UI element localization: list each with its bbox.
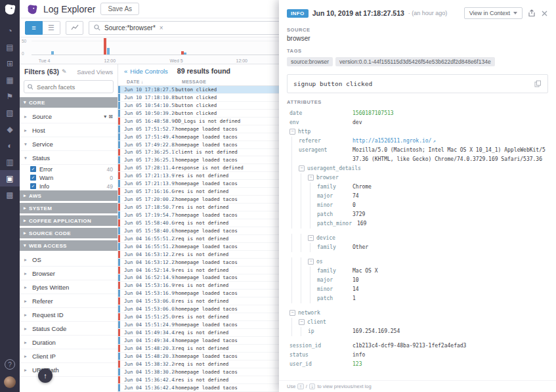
compact-view-button[interactable]: ☰ (43, 21, 60, 35)
hide-controls-link[interactable]: « Hide Controls (124, 68, 168, 75)
collapse-icon[interactable]: − (299, 319, 305, 325)
help-icon[interactable]: ? (5, 359, 15, 370)
column-date[interactable]: DATE ↓ (127, 79, 182, 84)
collapse-icon[interactable]: − (308, 235, 314, 241)
collapse-icon[interactable]: − (299, 165, 305, 171)
attribute-key[interactable]: session_id (289, 341, 353, 351)
collapse-icon[interactable]: − (289, 129, 295, 135)
nav-apm-icon[interactable]: ◐ (0, 137, 20, 154)
attribute-key[interactable]: patch (317, 210, 353, 219)
facet-status[interactable]: ▾Status (20, 151, 118, 165)
facet-group-core[interactable]: ▾CORE (20, 97, 118, 108)
attribute-key[interactable]: minor (317, 201, 353, 210)
scroll-to-top-button[interactable]: ↑ (38, 368, 53, 383)
attribute-key[interactable]: date (289, 109, 353, 118)
attribute-key[interactable]: os (316, 257, 361, 267)
nav-monitors-icon[interactable]: ⚑ (0, 88, 20, 104)
nav-infrastructure-icon[interactable]: ▦ (0, 72, 20, 88)
edit-filters-icon[interactable]: ✎ (62, 68, 67, 75)
facet-url-path[interactable]: ▸URL Path (20, 363, 118, 377)
attribute-key[interactable]: patch_minor (317, 219, 357, 229)
facet-client-ip[interactable]: ▸Client IP (20, 349, 118, 363)
user-avatar[interactable] (4, 376, 16, 388)
facet-value-warn[interactable]: ✓Warn0 (20, 173, 118, 182)
facet-bytes-written[interactable]: ▸Bytes Written (20, 280, 118, 294)
external-link-icon[interactable]: ↗ (433, 137, 435, 146)
checkbox-checked-icon[interactable]: ✓ (30, 166, 36, 172)
collapse-icon[interactable]: − (289, 310, 295, 316)
facet-group-system[interactable]: ▸SYSTEM (20, 203, 118, 213)
facet-host[interactable]: ▸Host (20, 123, 118, 137)
close-icon[interactable] (541, 10, 548, 17)
attribute-key[interactable]: referer (299, 137, 353, 146)
attribute-key[interactable]: major (317, 276, 353, 285)
tag-chip[interactable]: version:0.0.1-44f155115d3d5426f54e53b622… (335, 57, 495, 66)
facet-search-box[interactable] (24, 80, 114, 93)
attribute-key[interactable]: device (316, 234, 361, 243)
search-query-token[interactable]: Source:*browser* (104, 24, 156, 32)
attribute-key[interactable]: client (307, 318, 361, 327)
attribute-value[interactable]: http://a1526511.ngrok.io/ (353, 137, 431, 146)
attribute-key[interactable]: env (289, 118, 353, 127)
histogram-bar[interactable] (104, 38, 106, 54)
nav-integrations-icon[interactable]: ◆ (0, 121, 20, 137)
facet-browser[interactable]: ▸Browser (20, 267, 118, 280)
attribute-key[interactable]: family (317, 267, 353, 276)
attribute-key[interactable]: browser (316, 173, 361, 183)
histogram-bar[interactable] (51, 51, 54, 54)
attribute-key[interactable]: http (298, 127, 361, 137)
saved-views-tab[interactable]: Saved Views (77, 68, 113, 76)
nav-events-icon[interactable]: ▤ (0, 39, 20, 55)
facet-search-input[interactable] (35, 83, 110, 91)
facet-group-source-code[interactable]: ▸SOURCE CODE (20, 228, 118, 238)
copy-icon[interactable] (534, 80, 542, 87)
attribute-key[interactable]: minor (317, 285, 353, 294)
checkbox-checked-icon[interactable]: ✓ (30, 183, 36, 189)
attribute-key[interactable]: patch (317, 294, 353, 303)
nav-notebooks-icon[interactable]: ▥ (0, 154, 20, 170)
view-in-context-button[interactable]: View in Context (464, 7, 523, 19)
facet-group-aws[interactable]: ▸AWS (20, 190, 118, 201)
column-message[interactable]: MESSAGE (182, 79, 206, 84)
exclude-icon[interactable]: ⊠ (108, 114, 113, 120)
facet-source[interactable]: ▸Source▾⊠ (20, 110, 118, 123)
save-as-button[interactable]: Save As (100, 3, 139, 15)
facet-referer[interactable]: ▸Referer (20, 294, 118, 308)
collapse-icon[interactable]: − (308, 175, 314, 181)
facet-value-error[interactable]: ✓Error40 (20, 165, 118, 173)
attribute-key[interactable]: family (317, 183, 353, 192)
attribute-key[interactable]: useragent (299, 146, 353, 155)
facet-request-id[interactable]: ▸Request ID (20, 308, 118, 322)
attribute-key[interactable]: major (317, 192, 353, 201)
arrow-up-key-icon: ↑ (297, 383, 304, 389)
collapse-icon[interactable]: − (308, 259, 314, 265)
nav-metrics-icon[interactable]: ▧ (0, 104, 20, 121)
nav-logs-icon[interactable]: ▣ (0, 170, 20, 186)
attribute-key[interactable]: user_id (289, 360, 353, 369)
attribute-key[interactable]: network (298, 309, 361, 318)
facet-service[interactable]: ▾Service (20, 137, 118, 151)
attribute-key[interactable]: ip (308, 327, 353, 336)
attribute-key[interactable]: family (317, 243, 353, 252)
datadog-logo-icon[interactable] (3, 3, 16, 16)
share-icon[interactable] (528, 9, 536, 17)
tag-chip[interactable]: source:browser (287, 57, 333, 66)
histogram-bar[interactable] (107, 48, 110, 54)
facet-os[interactable]: ▸OS (20, 253, 118, 267)
nav-security-icon[interactable]: ▩ (0, 186, 20, 203)
analytics-view-button[interactable] (66, 21, 83, 35)
facet-group-web-access[interactable]: ▾WEB ACCESS (20, 240, 118, 251)
facet-value-info[interactable]: ✓Info49 (20, 182, 118, 190)
nav-watchdog-icon[interactable]: ◔ (0, 22, 20, 39)
attribute-key[interactable]: useragent_details (307, 164, 366, 173)
facet-duration[interactable]: ▸Duration (20, 336, 118, 349)
attribute-key[interactable]: status (289, 351, 353, 360)
checkbox-checked-icon[interactable]: ✓ (30, 175, 36, 181)
clear-token-icon[interactable]: × (160, 24, 163, 32)
list-view-button[interactable]: ≡ (25, 21, 43, 35)
nav-dashboards-icon[interactable]: ⊞ (0, 55, 20, 72)
histogram-bar[interactable] (184, 53, 186, 54)
filter-icon[interactable]: ▾ (104, 114, 106, 120)
facet-status-code[interactable]: ▸Status Code (20, 322, 118, 336)
facet-group-coffee-application[interactable]: ▸COFFEE APPLICATION (20, 215, 118, 226)
